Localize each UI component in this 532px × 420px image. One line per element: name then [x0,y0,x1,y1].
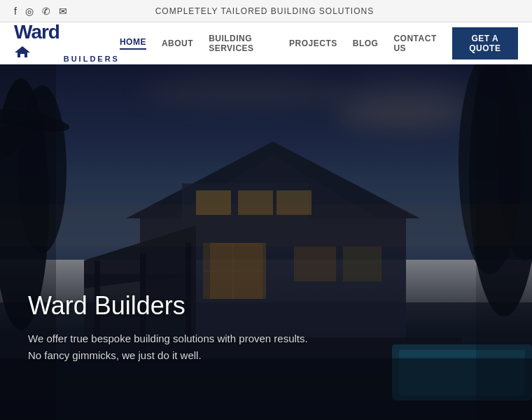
nav-about[interactable]: ABOUT [162,38,193,48]
logo-word: Ward [14,21,61,66]
logo[interactable]: Ward BUILDERS [14,21,120,66]
navbar: Ward BUILDERS HOME ABOUT BUILDING SERVIC… [0,22,532,64]
social-icons: f ◎ ✆ ✉ [14,6,67,17]
tagline: COMPLETELY TAILORED BUILDING SOLUTIONS [155,6,374,16]
get-quote-button[interactable]: GET A QUOTE [452,27,518,59]
nav-projects[interactable]: PROJECTS [289,38,337,48]
nav-links: HOME ABOUT BUILDING SERVICES PROJECTS BL… [120,27,518,59]
facebook-icon[interactable]: f [14,6,17,17]
hero-section: Ward Builders We offer true bespoke buil… [0,64,532,420]
hero-title: Ward Builders [28,291,308,321]
top-bar: f ◎ ✆ ✉ COMPLETELY TAILORED BUILDING SOL… [0,0,532,22]
email-icon[interactable]: ✉ [59,6,67,17]
hero-content: Ward Builders We offer true bespoke buil… [28,291,308,364]
nav-contact-us[interactable]: CONTACT US [393,34,436,53]
nav-blog[interactable]: BLOG [353,38,379,48]
nav-building-services[interactable]: BUILDING SERVICES [209,34,274,53]
nav-home[interactable]: HOME [120,37,146,50]
svg-marker-0 [15,46,30,57]
phone-icon[interactable]: ✆ [42,6,50,17]
instagram-icon[interactable]: ◎ [25,6,34,17]
logo-sub: BUILDERS [64,55,120,63]
hero-subtitle: We offer true bespoke building solutions… [28,330,308,364]
hero-overlay [0,64,532,420]
